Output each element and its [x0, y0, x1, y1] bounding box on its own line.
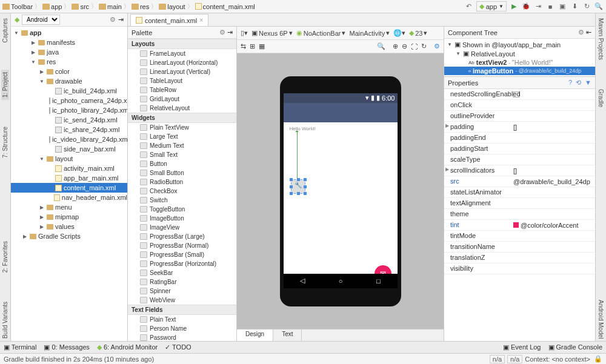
zoom-actual-icon[interactable]: ⛶ [411, 43, 418, 50]
gear-icon[interactable]: ⚙ [110, 16, 116, 24]
collapse-icon[interactable]: ⇥ [118, 16, 124, 24]
property-row[interactable]: visibility [444, 263, 595, 274]
refresh-icon[interactable]: ↻ [421, 42, 427, 50]
zoom-out-icon[interactable]: ⊖ [402, 42, 407, 50]
tree-item[interactable]: nav_header_main.xml [11, 193, 127, 202]
resize-handle[interactable] [290, 178, 293, 181]
palette-item[interactable]: WebView [128, 296, 236, 305]
breadcrumb-item[interactable]: layout [159, 3, 185, 10]
property-row[interactable]: tint @color/colorAccent [444, 220, 595, 231]
close-icon[interactable]: × [199, 17, 203, 24]
tab-build-variants[interactable]: Build Variants [1, 299, 9, 341]
palette-item[interactable]: RadioButton [128, 177, 236, 187]
toggle-size-icon[interactable]: ⇆ [241, 42, 246, 50]
tab-todo[interactable]: ✓ TODO [165, 343, 191, 351]
breadcrumb-item[interactable]: app [42, 3, 62, 10]
palette-item[interactable]: TableLayout [128, 76, 236, 85]
tree-item[interactable]: ic_photo_camera_24dp.xml [11, 96, 127, 105]
palette-item[interactable]: FrameLayout [128, 49, 236, 58]
tree-item[interactable]: content_main.xml [11, 183, 127, 193]
tab-captures[interactable]: Captures [1, 16, 9, 45]
zoom-fit-icon[interactable]: 🔍 [377, 42, 385, 50]
property-row[interactable]: scaleType [444, 154, 595, 165]
run-config-selector[interactable]: ◆ app ▼ [476, 1, 507, 12]
palette-item[interactable]: Password [128, 333, 236, 341]
tree-item[interactable]: ▶mipmap [11, 212, 127, 222]
resize-handle[interactable] [290, 192, 293, 195]
palette-item[interactable]: ProgressBar (Small) [128, 250, 236, 259]
resize-handle[interactable] [290, 185, 293, 188]
tree-item[interactable]: ▶menu [11, 202, 127, 212]
tree-item[interactable]: ▼app [11, 28, 127, 38]
tab-gradle-console[interactable]: ▣ Gradle Console [548, 343, 603, 351]
properties-list[interactable]: nestedScrollingEnabledonClickoutlineProv… [444, 89, 595, 341]
tree-item[interactable]: ▶values [11, 222, 127, 231]
tree-item[interactable]: ▶manifests [11, 38, 127, 47]
palette-item[interactable]: ProgressBar (Horizontal) [128, 259, 236, 268]
tree-item[interactable]: ic_photo_library_24dp.xml [11, 105, 127, 115]
property-row[interactable]: outlineProvider [444, 111, 595, 122]
avd-button[interactable]: ▣ [558, 2, 567, 12]
tab-android-monitor[interactable]: ◆ 6: Android Monitor [97, 343, 158, 351]
palette-group[interactable]: Widgets [128, 113, 236, 123]
palette-item[interactable]: CheckBox [128, 187, 236, 196]
property-row[interactable]: stateListAnimator [444, 187, 595, 198]
tab-design[interactable]: Design [237, 329, 273, 341]
tree-imagebutton[interactable]: ▫ imageButton - @drawable/ic_build_24dp [444, 67, 595, 75]
gear-icon[interactable]: ⚙ [434, 42, 440, 50]
palette-item[interactable]: Small Text [128, 150, 236, 159]
context-indicator[interactable]: Context: <no context> [525, 356, 590, 363]
breadcrumb-item[interactable]: res [132, 3, 149, 10]
tree-item[interactable]: ic_build_24dp.xml [11, 86, 127, 96]
zoom-in-icon[interactable]: ⊕ [393, 42, 398, 50]
tree-item[interactable]: activity_main.xml [11, 164, 127, 173]
palette-item[interactable]: Plain TextView [128, 123, 236, 132]
orientation-button[interactable]: ▯▾ [241, 29, 248, 37]
palette-item[interactable]: RatingBar [128, 277, 236, 286]
tree-item[interactable]: ic_share_24dp.xml [11, 125, 127, 134]
palette-item[interactable]: LinearLayout (Vertical) [128, 67, 236, 76]
palette-item[interactable]: Person Name [128, 324, 236, 333]
content-preview[interactable]: Hello World! [284, 122, 398, 288]
tab-structure[interactable]: 7: Structure [1, 124, 9, 160]
tab-android-model[interactable]: Android Model [597, 297, 605, 341]
project-view-selector[interactable]: Android [22, 15, 60, 25]
property-row[interactable]: translationZ [444, 253, 595, 263]
tree-item[interactable]: ▼drawable [11, 76, 127, 86]
palette-item[interactable]: Medium Text [128, 141, 236, 150]
palette-item[interactable]: ProgressBar (Normal) [128, 241, 236, 250]
revert-icon[interactable]: ⟲ [576, 79, 581, 87]
breadcrumb-item[interactable]: content_main.xml [195, 3, 255, 10]
property-row[interactable]: paddingStart [444, 144, 595, 154]
tab-favorites[interactable]: 2: Favorites [1, 239, 9, 275]
resize-handle[interactable] [304, 192, 307, 195]
lock-icon[interactable]: 🔒 [594, 355, 602, 363]
collapse-icon[interactable]: ⇤ [586, 28, 591, 36]
sdk-button[interactable]: ⬇ [570, 2, 579, 12]
theme-selector[interactable]: ◉NoActionBar▾ [296, 29, 346, 37]
tree-root[interactable]: ▼▣ Shown in @layout/app_bar_main [444, 40, 595, 49]
resize-handle[interactable] [297, 178, 300, 181]
palette-item[interactable]: ImageView [128, 223, 236, 232]
tab-project[interactable]: 1: Project [1, 70, 9, 100]
palette-item[interactable]: Small Button [128, 168, 236, 177]
gear-icon[interactable]: ⚙ [578, 28, 584, 36]
tree-item[interactable]: ▶color [11, 67, 127, 76]
palette-item[interactable]: GridLayout [128, 94, 236, 104]
breadcrumb-item[interactable]: src [72, 3, 89, 10]
resize-handle[interactable] [304, 178, 307, 181]
design-canvas[interactable]: ▾ ▮ ▮ 6:00 Hello World! [237, 53, 444, 329]
tree-item[interactable]: side_nav_bar.xml [11, 144, 127, 154]
back-icon[interactable]: ↶ [464, 2, 474, 12]
collapse-icon[interactable]: ⇥ [227, 28, 233, 36]
palette-group[interactable]: Text Fields [128, 305, 236, 315]
palette-item[interactable]: LinearLayout (Horizontal) [128, 58, 236, 67]
palette-item[interactable]: Spinner [128, 286, 236, 296]
property-row[interactable]: nestedScrollingEnabled [444, 89, 595, 100]
tree-item[interactable]: ▼res [11, 57, 127, 67]
property-row[interactable]: textAlignment [444, 198, 595, 209]
textview-preview[interactable]: Hello World! [290, 126, 316, 131]
breadcrumb-item[interactable]: Toolbar [2, 3, 33, 10]
locale-selector[interactable]: 🌐▾ [393, 29, 405, 37]
grid-icon[interactable]: ⊞ [250, 42, 255, 50]
